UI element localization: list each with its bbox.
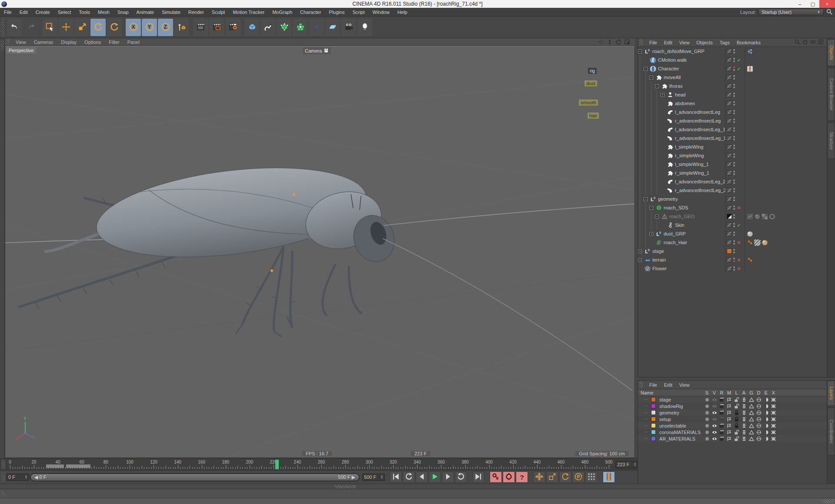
sphere-dim-tag-icon[interactable] [754,213,761,220]
visibility-dots[interactable] [733,266,735,271]
layer-swatch[interactable] [727,57,732,63]
visibility-dots[interactable] [733,49,735,53]
solo-toggle[interactable] [703,437,711,441]
menu-mograph[interactable]: MoGraph [268,10,296,15]
floor-button[interactable] [325,19,340,36]
visibility-dots[interactable] [733,171,735,175]
hud-label-dust[interactable]: dust [584,80,597,86]
deformers-toggle[interactable] [755,417,762,422]
layer-swatch[interactable] [727,266,732,271]
enable-toggle[interactable]: ✕ [736,206,741,210]
visibility-dots[interactable] [733,127,735,132]
column-X[interactable]: X [770,390,777,395]
key-position-button[interactable] [533,471,545,483]
layer-color-swatch[interactable] [651,417,656,421]
layers-menu-view[interactable]: View [676,382,693,388]
render-toggle[interactable] [718,403,725,409]
tree-row-l_simpleWing_1[interactable]: −l_simpleWing_1 [638,160,835,169]
menu-sculpt[interactable]: Sculpt [208,10,229,15]
menu-help[interactable]: Help [394,10,411,15]
expander-icon[interactable]: − [644,67,648,71]
visibility-dots[interactable] [733,84,735,88]
play-backwards-button[interactable] [403,471,415,483]
layer-swatch[interactable] [727,196,732,202]
view-toggle[interactable] [711,436,718,441]
tree-row-CMotion.walk[interactable]: −CMotion.walk✓ [638,56,835,64]
layer-swatch[interactable] [727,136,732,141]
layer-row-unselectable[interactable]: unselectable Ж [638,422,835,429]
goto-start-button[interactable] [390,471,402,483]
deformer-button[interactable] [309,19,324,36]
bottom-splitter[interactable] [0,484,835,489]
layer-swatch[interactable] [727,179,732,184]
spline-pen-button[interactable] [261,19,276,36]
tree-row-Character[interactable]: −Character✓ [638,64,835,73]
camera-button[interactable] [341,19,356,36]
manager-toggle[interactable] [725,404,733,409]
view-toggle[interactable] [711,397,718,402]
visibility-dots[interactable] [733,93,735,97]
xref-toggle[interactable]: Ж [770,404,777,409]
tree-row-Flower[interactable]: −Flower✕ [638,264,835,273]
render-toggle[interactable] [718,410,725,415]
rotate-view-icon[interactable] [615,39,622,45]
generators-toggle[interactable] [748,410,755,415]
lock-toggle[interactable] [733,416,740,422]
coord-system-button[interactable] [174,19,189,36]
layer-swatch[interactable] [727,257,732,262]
xpresso-tag-icon[interactable] [747,48,753,55]
key-parameter-button[interactable]: P [572,471,584,483]
tree-row-dust_GRP[interactable]: +L0dust_GRP [638,229,835,238]
toolbar-grip[interactable] [1,18,5,37]
layer-row-AR_MATERIALS[interactable]: AR_MATERIALS Ж [638,435,835,442]
tree-row-head[interactable]: +head [638,90,835,99]
deformers-toggle[interactable] [755,436,762,441]
timeline-window-button[interactable] [603,471,615,483]
xref-toggle[interactable]: Ж [770,423,777,428]
tree-row-Skin[interactable]: −Skin✓ [638,221,835,229]
statusbar-grip[interactable] [1,491,5,497]
enable-toggle[interactable]: ✓ [736,223,741,228]
rotate-button[interactable] [90,19,106,36]
tree-row-roach_doNotMove_GRP[interactable]: −L0roach_doNotMove_GRP [638,47,835,56]
goto-end-button[interactable] [472,471,484,483]
deformers-toggle[interactable] [755,410,762,415]
layer-swatch[interactable] [727,127,732,132]
deformers-toggle[interactable] [755,423,762,428]
layer-swatch[interactable] [727,240,732,245]
expander-icon[interactable]: − [655,84,659,88]
layer-row-coronaMATERIALS[interactable]: coronaMATERIALS Ж [638,429,835,435]
light-button[interactable] [357,19,372,36]
visibility-dots[interactable] [733,206,735,210]
lock-toggle[interactable] [733,397,740,402]
column-name[interactable]: Name [638,390,703,395]
expander-icon[interactable]: − [649,206,653,210]
visibility-dots[interactable] [733,119,735,123]
view-toggle[interactable] [711,417,718,422]
menu-snap[interactable]: Snap [114,10,133,15]
end-frame-field[interactable]: 500 F ▲▼ [362,474,385,481]
tree-row-terrain[interactable]: +terrain✕ [638,255,835,264]
character-tag-icon[interactable] [747,66,753,72]
viewport-menu-filter[interactable]: Filter [105,40,123,45]
view-toggle[interactable] [711,404,718,409]
solo-toggle[interactable] [703,405,711,408]
tree-row-r_simpleWing_1[interactable]: −r_simpleWing_1 [638,169,835,177]
viewport-grip[interactable] [6,39,10,45]
expressions-toggle[interactable] [762,404,770,409]
enable-toggle[interactable]: ✓ [736,58,741,63]
om-menu-view[interactable]: View [676,40,693,45]
visibility-dots[interactable] [733,101,735,106]
om-home-icon[interactable] [802,39,808,46]
visibility-dots[interactable] [733,179,735,184]
om-search-icon[interactable] [795,39,800,46]
om-menu-tags[interactable]: Tags [716,40,733,45]
spinner-icon[interactable]: ▲▼ [25,475,27,479]
layer-color-swatch[interactable] [651,423,656,428]
previous-frame-button[interactable] [416,471,428,483]
expander-icon[interactable]: + [661,93,665,97]
render-settings-button[interactable] [225,19,240,36]
layer-swatch[interactable] [727,83,732,89]
layer-swatch[interactable] [727,101,732,106]
layer-color-swatch[interactable] [651,410,656,415]
